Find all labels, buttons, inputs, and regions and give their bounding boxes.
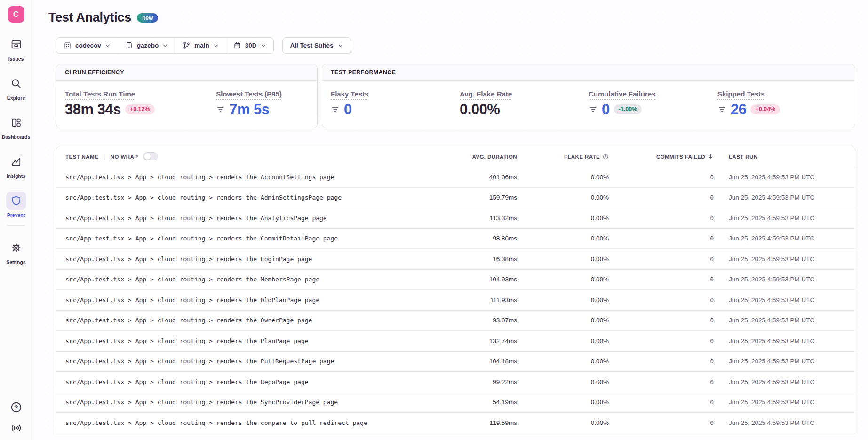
- flake-rate-cell: 0.00%: [517, 331, 609, 351]
- last-run-cell: Jun 25, 2025 4:59:53 PM UTC: [714, 167, 855, 187]
- ci-run-efficiency-card: CI RUN EFFICIENCY Total Tests Run Time 3…: [56, 64, 318, 128]
- metric-label[interactable]: Avg. Flake Rate: [460, 90, 512, 98]
- card-title: TEST PERFORMANCE: [322, 64, 855, 81]
- chevron-down-icon: [162, 43, 168, 48]
- filter-funnel-icon[interactable]: [331, 105, 340, 114]
- sidebar-item-settings[interactable]: Settings: [6, 239, 26, 265]
- codecov-logo[interactable]: C: [8, 6, 24, 23]
- sidebar-item-explore[interactable]: Explore: [6, 74, 26, 101]
- flake-rate-cell: 0.00%: [517, 188, 609, 208]
- metric-label[interactable]: Cumulative Failures: [589, 90, 656, 98]
- metric-label[interactable]: Slowest Tests (P95): [216, 90, 282, 98]
- sidebar-item-prevent[interactable]: Prevent: [6, 192, 26, 218]
- flake-rate-cell: 0.00%: [517, 208, 609, 228]
- org-icon: [64, 41, 72, 49]
- col-flake-rate[interactable]: FLAKE RATE ?: [517, 153, 609, 160]
- test-name-cell: src/App.test.tsx > App > cloud routing >…: [56, 352, 446, 372]
- table-row[interactable]: src/App.test.tsx > App > cloud routing >…: [56, 208, 855, 229]
- filter-funnel-icon[interactable]: [717, 105, 726, 114]
- svg-text:?: ?: [14, 404, 18, 411]
- flake-rate-cell: 0.00%: [517, 290, 609, 310]
- metric-cumulative-failures: Cumulative Failures 0 -1.00%: [589, 90, 717, 117]
- commits-failed-cell: 0: [609, 229, 714, 249]
- table-row[interactable]: src/App.test.tsx > App > cloud routing >…: [56, 331, 855, 352]
- sidebar-bottom: ?: [10, 401, 23, 434]
- broadcast-icon[interactable]: [10, 422, 23, 434]
- avg-duration-cell: 16.38ms: [446, 249, 517, 269]
- last-run-cell: Jun 25, 2025 4:59:53 PM UTC: [714, 270, 855, 290]
- branch-label: main: [194, 42, 209, 49]
- sidebar-item-label: Dashboards: [2, 134, 31, 140]
- chevron-down-icon: [338, 43, 343, 48]
- table-row[interactable]: src/App.test.tsx > App > cloud routing >…: [56, 229, 855, 249]
- avg-duration-cell: 401.06ms: [446, 167, 517, 187]
- avg-duration-cell: 159.79ms: [446, 188, 517, 208]
- metric-value: 0: [344, 102, 352, 117]
- last-run-cell: Jun 25, 2025 4:59:53 PM UTC: [714, 229, 855, 249]
- branch-selector[interactable]: main: [175, 38, 226, 53]
- flake-rate-cell: 0.00%: [517, 270, 609, 290]
- commits-failed-cell: 0: [609, 270, 714, 290]
- metric-value: 0.00%: [460, 102, 500, 117]
- table-row[interactable]: src/App.test.tsx > App > cloud routing >…: [56, 270, 855, 290]
- col-test-name[interactable]: TEST NAME: [65, 154, 98, 160]
- help-icon[interactable]: ?: [10, 401, 23, 414]
- trend-badge: -1.00%: [614, 104, 642, 114]
- flake-rate-cell: 0.00%: [517, 249, 609, 269]
- flake-rate-cell: 0.00%: [517, 372, 609, 392]
- test-name-cell: src/App.test.tsx > App > cloud routing >…: [56, 372, 446, 392]
- avg-duration-cell: 98.80ms: [446, 229, 517, 249]
- table-row[interactable]: src/App.test.tsx > App > cloud routing >…: [56, 311, 855, 331]
- flake-rate-cell: 0.00%: [517, 167, 609, 187]
- filter-funnel-icon[interactable]: [216, 105, 225, 114]
- title-row: Test Analytics new: [48, 10, 855, 25]
- test-name-cell: src/App.test.tsx > App > cloud routing >…: [56, 311, 446, 331]
- col-last-run[interactable]: LAST RUN: [714, 154, 855, 160]
- metric-total-tests-run-time: Total Tests Run Time 38m 34s +0.12%: [65, 90, 216, 117]
- repo-selector[interactable]: gazebo: [118, 38, 176, 53]
- svg-text:?: ?: [605, 155, 606, 158]
- test-suites-dropdown[interactable]: All Test Suites: [282, 37, 351, 54]
- sidebar-item-insights[interactable]: Insights: [6, 152, 26, 179]
- metric-label[interactable]: Skipped Tests: [717, 90, 765, 98]
- commits-failed-cell: 0: [609, 167, 714, 187]
- table-row[interactable]: src/App.test.tsx > App > cloud routing >…: [56, 188, 855, 208]
- table-row[interactable]: src/App.test.tsx > App > cloud routing >…: [56, 392, 855, 413]
- sidebar-item-dashboards[interactable]: Dashboards: [2, 113, 31, 140]
- last-run-cell: Jun 25, 2025 4:59:53 PM UTC: [714, 352, 855, 372]
- avg-duration-cell: 113.32ms: [446, 208, 517, 228]
- table-row[interactable]: src/App.test.tsx > App > cloud routing >…: [56, 413, 855, 433]
- date-range-label: 30D: [245, 42, 257, 49]
- metric-avg-flake-rate: Avg. Flake Rate 0.00%: [460, 90, 589, 117]
- date-range-selector[interactable]: 30D: [226, 38, 273, 53]
- commits-failed-cell: 0: [609, 208, 714, 228]
- flake-rate-cell: 0.00%: [517, 413, 609, 433]
- avg-duration-cell: 132.74ms: [446, 331, 517, 351]
- avg-duration-cell: 104.93ms: [446, 270, 517, 290]
- metric-label[interactable]: Flaky Tests: [331, 90, 369, 98]
- table-row[interactable]: src/App.test.tsx > App > cloud routing >…: [56, 167, 855, 188]
- metric-skipped-tests: Skipped Tests 26 +0.04%: [717, 90, 846, 117]
- table-row[interactable]: src/App.test.tsx > App > cloud routing >…: [56, 290, 855, 311]
- no-wrap-toggle[interactable]: [143, 152, 158, 160]
- test-name-cell: src/App.test.tsx > App > cloud routing >…: [56, 413, 446, 433]
- chevron-down-icon: [261, 43, 266, 48]
- chevron-down-icon: [213, 43, 219, 48]
- question-circle-icon[interactable]: ?: [602, 153, 609, 160]
- col-commits-failed[interactable]: COMMITS FAILED: [609, 153, 714, 160]
- avg-duration-cell: 119.59ms: [446, 413, 517, 433]
- repo-label: gazebo: [137, 42, 159, 49]
- last-run-cell: Jun 25, 2025 4:59:53 PM UTC: [714, 392, 855, 413]
- last-run-cell: Jun 25, 2025 4:59:53 PM UTC: [714, 249, 855, 269]
- col-avg-duration[interactable]: AVG. DURATION: [446, 154, 517, 160]
- sidebar-divider: [7, 225, 25, 226]
- table-row[interactable]: src/App.test.tsx > App > cloud routing >…: [56, 372, 855, 392]
- last-run-cell: Jun 25, 2025 4:59:53 PM UTC: [714, 188, 855, 208]
- metric-label[interactable]: Total Tests Run Time: [65, 90, 135, 98]
- table-row[interactable]: src/App.test.tsx > App > cloud routing >…: [56, 352, 855, 372]
- sidebar-item-issues[interactable]: Issues: [6, 35, 26, 62]
- table-row[interactable]: src/App.test.tsx > App > cloud routing >…: [56, 249, 855, 270]
- org-selector[interactable]: codecov: [56, 38, 118, 53]
- filter-funnel-icon[interactable]: [589, 105, 597, 114]
- metric-value: 26: [731, 102, 746, 117]
